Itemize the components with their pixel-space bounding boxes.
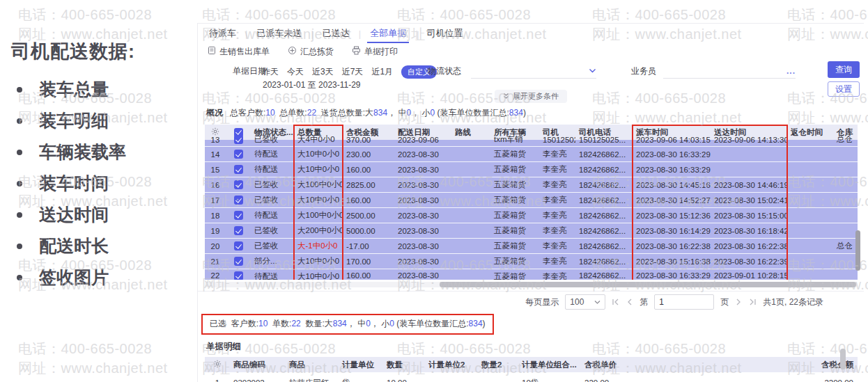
row-checkbox[interactable] [234, 257, 243, 266]
row-checkbox[interactable] [234, 165, 243, 174]
intro-bullet: 装车明细 [11, 105, 135, 136]
prev-page-button[interactable] [626, 299, 633, 305]
cell-price: 220.00 [581, 379, 634, 382]
page-input[interactable] [654, 294, 714, 310]
tab-bar: 待派车 | 已派车未送 | 已送达 | 全部单据 | 司机位置 [198, 24, 864, 43]
cell-check[interactable] [226, 211, 251, 220]
intro-bullet: 签收图片 [11, 262, 135, 293]
column-settings[interactable] [205, 360, 230, 369]
cell-combo: 10袋 [518, 378, 581, 382]
stat-text: (装车单位数量汇总: [394, 319, 469, 328]
cell-check[interactable] [226, 180, 251, 189]
detail-vertical-scrollbar-thumb[interactable] [840, 349, 846, 369]
table-row[interactable]: 17已签收大10中0小0160.002023-08-30五菱箱货李奎亮18242… [205, 193, 858, 208]
tab-dispatched-undelivered[interactable]: 已派车未送 [255, 24, 303, 43]
cell-amount: 370.00 [343, 136, 394, 144]
cell-dispatch: 2023-08-30 16:14:29 [633, 227, 711, 235]
table-row[interactable]: 21部分...大10中0小0170.002023-08-30五菱箱货李奎亮182… [205, 254, 858, 269]
date-option-today[interactable]: 今天 [287, 66, 304, 78]
row-checkbox[interactable] [234, 226, 243, 235]
print-icon [352, 46, 361, 57]
search-button[interactable]: 查询 [828, 61, 860, 78]
cell-vehicle: 五菱箱货 [490, 225, 539, 236]
cell-check[interactable] [226, 269, 251, 280]
cell-vehicle: 五菱箱货 [490, 149, 539, 159]
table-row[interactable]: 22待配送大10中0小0160.002023-08-30五菱箱货李奎亮18242… [205, 269, 858, 280]
cell-status: 已签收 [251, 134, 294, 145]
table-row[interactable]: 15待配送大10中0小0160.002023-08-30五菱箱货李奎亮18242… [205, 162, 858, 177]
row-checkbox[interactable] [234, 271, 243, 280]
settings-button[interactable]: 设置 [828, 81, 860, 97]
table-row[interactable]: 13已签收大4中0小0370.002023-09-06txm车销15012502… [205, 140, 858, 147]
date-option-yesterday[interactable]: 昨天 [262, 66, 279, 78]
cell-status: 部分... [251, 256, 294, 266]
tab-divider: | [311, 29, 313, 39]
per-page-select[interactable]: 100 [565, 294, 605, 310]
row-checkbox[interactable] [234, 150, 243, 159]
tab-delivered[interactable]: 已送达 [321, 24, 351, 43]
watermark-text: 电话：400-665-0028 [18, 6, 152, 24]
cell-status: 已签收 [251, 180, 294, 190]
cell-check[interactable] [226, 226, 251, 235]
salesman-more-button[interactable]: ... [786, 66, 796, 76]
row-checkbox[interactable] [234, 135, 243, 144]
next-page-button[interactable] [735, 299, 742, 305]
cell-check[interactable] [226, 135, 251, 144]
gear-icon[interactable] [213, 361, 222, 369]
date-option-7days[interactable]: 近7天 [342, 66, 364, 78]
cell-check[interactable] [226, 196, 251, 205]
tab-driver-location[interactable]: 司机位置 [426, 24, 465, 43]
table-row[interactable]: 20已签收大-1中0小0-17.002023-08-30五菱箱货李奎亮18242… [205, 239, 858, 254]
intro-bullet-label: 车辆装载率 [39, 141, 126, 164]
stat-number: 834 [469, 319, 483, 328]
cell-status: 已签收 [251, 195, 294, 205]
cell-status: 待配送 [251, 269, 294, 280]
cell-qty: 大10中0小0 [294, 269, 343, 280]
cell-check[interactable] [226, 165, 251, 174]
cell-phone: 182426862... [575, 242, 633, 250]
date-option-3days[interactable]: 近3天 [312, 66, 334, 78]
intro-bullet-label: 装车时间 [39, 172, 109, 195]
table-row[interactable]: 18待配送大100中0小02500.002023-08-30五菱箱货李奎亮182… [205, 208, 858, 223]
table-row[interactable]: 19已签收大200中0小05000.002023-08-30五菱箱货李奎亮182… [205, 223, 858, 239]
row-checkbox[interactable] [234, 180, 243, 189]
cell-check[interactable] [226, 257, 251, 266]
vertical-scrollbar-thumb[interactable] [855, 230, 860, 271]
cell-date: 2023-08-30 [394, 257, 451, 266]
generate-outbound-button[interactable]: 生销售出库单 [208, 46, 270, 58]
cell-driver: 李奎亮 [539, 149, 575, 159]
horizontal-scrollbar-thumb[interactable] [440, 282, 856, 287]
tab-pending-dispatch[interactable]: 待派车 [208, 24, 238, 43]
cell-check[interactable] [226, 150, 251, 159]
page-suffix-label: 页 [720, 296, 729, 308]
date-filter-label: 单据日期 [233, 65, 266, 77]
bullet-dot-icon [17, 181, 22, 186]
date-quick-options: 昨天 今天 近3天 近7天 近1月 自定义 [262, 65, 437, 79]
last-page-button[interactable] [748, 299, 757, 305]
table-row[interactable]: 14待配送大10中0小0230.002023-08-30五菱箱货李奎亮18242… [205, 147, 858, 162]
column-header-code: 商品编码 [230, 360, 286, 370]
stat-text: ， 中 [347, 319, 366, 328]
row-checkbox[interactable] [234, 241, 243, 250]
cell-amount: 160.00 [343, 196, 394, 205]
cell-status: 待配送 [251, 210, 294, 221]
row-checkbox[interactable] [234, 211, 243, 220]
table-row[interactable]: 10302002拉菲庄园红...袋10.0010袋220.002200.00 [205, 372, 858, 382]
logistics-status-select[interactable] [471, 64, 596, 79]
cell-check[interactable] [226, 241, 251, 250]
watermark-text: 网址：www.chanjet.net [18, 359, 168, 378]
table-row[interactable]: 16已签收大100中0小02825.002023-08-30五菱箱货李奎亮182… [205, 177, 858, 193]
cell-phone: 182426862... [575, 166, 633, 174]
cell-driver: 150125025... [539, 136, 575, 144]
row-checkbox[interactable] [234, 196, 243, 205]
print-documents-button[interactable]: 单据打印 [352, 46, 398, 58]
salesman-input[interactable]: ... [663, 64, 796, 79]
first-page-button[interactable] [612, 299, 620, 305]
cell-date: 2023-08-30 [394, 227, 451, 235]
date-option-1month[interactable]: 近1月 [371, 66, 393, 78]
cell-driver: 李奎亮 [539, 210, 575, 221]
summary-picking-button[interactable]: 汇总拣货 [288, 46, 334, 58]
expand-more-conditions[interactable]: 展开更多条件 [495, 90, 567, 103]
cell-driver: 李奎亮 [539, 256, 575, 266]
tab-all-documents[interactable]: 全部单据 [369, 24, 408, 43]
